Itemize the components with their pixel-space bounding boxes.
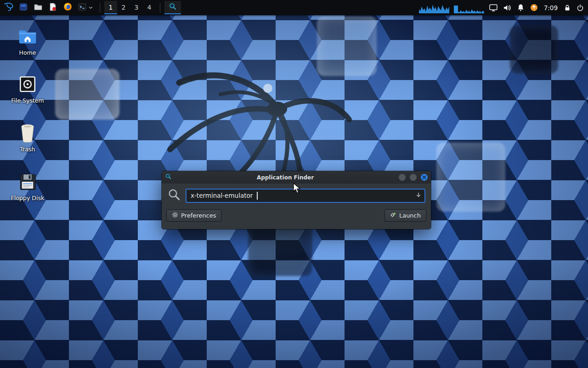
terminal-icon bbox=[78, 2, 87, 13]
launcher-terminal[interactable] bbox=[75, 1, 96, 14]
updates-icon[interactable] bbox=[530, 1, 538, 14]
application-finder-icon bbox=[169, 2, 177, 12]
panel-left: 1 2 3 4 bbox=[0, 0, 181, 15]
window-controls bbox=[399, 174, 428, 181]
wallpaper-glass-cube bbox=[55, 69, 119, 120]
panel-separator bbox=[100, 3, 100, 12]
close-button[interactable] bbox=[421, 174, 428, 181]
minimize-button[interactable] bbox=[399, 174, 406, 181]
search-row: x-terminal-emulator bbox=[162, 184, 431, 206]
folder-icon bbox=[34, 2, 43, 13]
workspace-4[interactable]: 4 bbox=[143, 1, 156, 14]
file-system-drive-icon bbox=[17, 74, 38, 95]
notifications-bell-icon[interactable] bbox=[516, 1, 525, 14]
desktop-icon-home[interactable]: Home bbox=[2, 26, 53, 56]
workspace-3[interactable]: 3 bbox=[130, 1, 143, 14]
panel-clock[interactable]: 7:09 bbox=[543, 4, 559, 12]
window-title: Application Finder bbox=[172, 174, 399, 181]
dialog-footer: Preferences Launch bbox=[162, 206, 431, 225]
launch-button-label: Launch bbox=[399, 212, 421, 219]
kali-logo-icon bbox=[4, 1, 14, 14]
panel-right: 7:09 bbox=[419, 0, 588, 15]
launch-icon bbox=[390, 212, 396, 219]
maximize-button[interactable] bbox=[410, 174, 417, 181]
logout-icon[interactable] bbox=[576, 1, 584, 14]
application-finder-window: Application Finder x-terminal-emulator bbox=[162, 171, 431, 229]
search-input-value: x-terminal-emulator bbox=[191, 192, 253, 199]
window-app-icon bbox=[165, 173, 172, 182]
lock-icon[interactable] bbox=[563, 1, 571, 14]
preferences-button-label: Preferences bbox=[181, 212, 216, 219]
search-input[interactable]: x-terminal-emulator bbox=[186, 189, 425, 203]
text-caret bbox=[257, 192, 258, 200]
desktop-icon-trash[interactable]: Trash bbox=[2, 122, 53, 153]
launcher-files[interactable] bbox=[17, 1, 30, 14]
launcher-file-manager[interactable] bbox=[31, 1, 45, 14]
launcher-firefox[interactable] bbox=[61, 1, 74, 14]
desktop-icon-label: File System bbox=[11, 98, 44, 104]
desktop-icon-label: Floppy Disk bbox=[11, 195, 44, 201]
preferences-button[interactable]: Preferences bbox=[166, 209, 221, 222]
cpu-graph[interactable] bbox=[419, 1, 449, 14]
kali-menu-button[interactable] bbox=[2, 1, 16, 14]
launch-button[interactable]: Launch bbox=[384, 209, 426, 222]
desktop: 1 2 3 4 bbox=[0, 0, 588, 368]
launcher-text-editor[interactable] bbox=[46, 1, 60, 14]
desktop-icon-label: Home bbox=[19, 50, 36, 56]
workspace-1[interactable]: 1 bbox=[104, 1, 117, 14]
floppy-disk-icon bbox=[17, 171, 38, 192]
wallpaper-dark-cube bbox=[248, 221, 312, 276]
volume-icon[interactable] bbox=[503, 1, 512, 14]
workspace-switcher: 1 2 3 4 bbox=[104, 1, 156, 14]
task-application-finder[interactable] bbox=[164, 1, 181, 14]
desktop-icon-label: Trash bbox=[20, 146, 35, 153]
network-graph[interactable] bbox=[454, 1, 484, 14]
panel-separator bbox=[160, 3, 160, 12]
history-dropdown-icon[interactable] bbox=[415, 191, 422, 200]
display-icon[interactable] bbox=[489, 1, 498, 14]
files-app-icon bbox=[19, 2, 28, 13]
gear-icon bbox=[172, 212, 178, 219]
chevron-down-icon[interactable] bbox=[88, 3, 93, 12]
trash-can-icon bbox=[17, 122, 38, 144]
wallpaper-glass-cube bbox=[317, 16, 377, 76]
document-icon bbox=[48, 2, 57, 13]
titlebar[interactable]: Application Finder bbox=[162, 171, 431, 184]
desktop-icon-floppy-disk[interactable]: Floppy Disk bbox=[2, 171, 53, 201]
workspace-2[interactable]: 2 bbox=[117, 1, 130, 14]
desktop-icon-file-system[interactable]: File System bbox=[2, 74, 53, 104]
wallpaper-glass-cube bbox=[436, 143, 505, 212]
home-folder-icon bbox=[17, 26, 38, 47]
wallpaper-dark-cube bbox=[510, 25, 558, 74]
firefox-icon bbox=[63, 2, 73, 13]
search-icon bbox=[167, 188, 181, 203]
top-panel: 1 2 3 4 bbox=[0, 0, 588, 15]
